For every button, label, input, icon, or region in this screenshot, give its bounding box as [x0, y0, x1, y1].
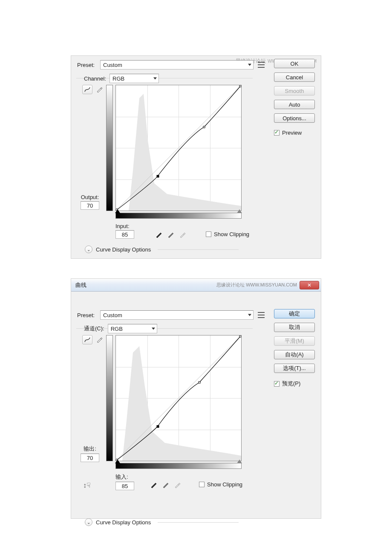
preview-checkbox[interactable]	[274, 381, 280, 387]
ok-button[interactable]: OK	[274, 59, 315, 68]
curve-canvas[interactable]	[115, 85, 242, 211]
preset-menu-icon[interactable]	[258, 62, 265, 68]
input-label: 输入:	[115, 473, 134, 481]
show-clipping-label: Show Clipping	[207, 481, 242, 488]
curve-display-options-label: Curve Display Options	[96, 519, 151, 526]
channel-label: Channel:	[84, 75, 106, 82]
white-point-slider[interactable]	[237, 460, 242, 463]
auto-button[interactable]: 自动(A)	[274, 350, 315, 359]
svg-rect-8	[199, 382, 200, 383]
black-eyedropper-icon[interactable]	[149, 481, 158, 489]
black-eyedropper-icon[interactable]	[154, 231, 163, 239]
cancel-button[interactable]: Cancel	[274, 72, 315, 82]
svg-rect-9	[239, 335, 241, 337]
white-point-slider[interactable]	[237, 209, 242, 213]
preset-menu-icon[interactable]	[258, 312, 265, 318]
svg-rect-4	[239, 85, 241, 87]
white-eyedropper-icon[interactable]	[178, 231, 187, 239]
close-button[interactable]: ✕	[300, 281, 319, 289]
curve-canvas[interactable]	[115, 335, 242, 461]
svg-rect-2	[157, 175, 159, 177]
preset-label: Preset:	[77, 312, 100, 318]
black-point-slider[interactable]	[115, 460, 120, 463]
gray-eyedropper-icon[interactable]	[166, 231, 175, 239]
preset-value: Custom	[103, 62, 122, 68]
preview-checkbox[interactable]	[274, 130, 280, 136]
expand-button[interactable]: ⌄	[85, 518, 92, 526]
auto-button[interactable]: Auto	[274, 100, 315, 109]
smooth-button[interactable]: Smooth	[274, 86, 315, 95]
svg-rect-3	[203, 126, 205, 128]
chevron-down-icon	[248, 64, 251, 66]
svg-line-0	[116, 85, 241, 211]
curve-graph[interactable]	[106, 85, 247, 219]
input-label: Input:	[115, 223, 134, 229]
input-gradient[interactable]	[115, 213, 242, 219]
preset-value: Custom	[103, 312, 122, 318]
preset-label: Preset:	[77, 62, 100, 68]
dialog-title: 曲线	[75, 281, 86, 289]
curve-display-options-label: Curve Display Options	[96, 246, 151, 253]
options-button[interactable]: Options...	[274, 113, 315, 123]
show-clipping-label: Show Clipping	[214, 231, 249, 237]
svg-rect-7	[157, 425, 159, 428]
curves-dialog-chinese: 曲线 思缘设计论坛 WWW.MISSYUAN.COM ✕ Preset: Cus…	[71, 278, 321, 519]
targeted-adjustment-icon[interactable]: ↕☟	[83, 481, 91, 489]
preset-select[interactable]: Custom	[100, 60, 254, 69]
chevron-down-icon	[248, 314, 251, 316]
watermark: 思缘设计论坛 WWW.MISSYUAN.COM	[216, 282, 297, 288]
chevron-down-icon	[153, 78, 157, 80]
chevron-down-icon	[152, 328, 155, 330]
channel-select[interactable]: RGB	[110, 74, 159, 83]
show-clipping-checkbox[interactable]	[206, 231, 211, 237]
titlebar: 曲线 思缘设计论坛 WWW.MISSYUAN.COM ✕	[71, 279, 321, 292]
gray-eyedropper-icon[interactable]	[161, 481, 170, 489]
preview-label: Preview	[282, 130, 302, 136]
ok-button[interactable]: 确定	[274, 309, 315, 318]
output-gradient	[106, 335, 113, 461]
output-field[interactable]: 70	[81, 454, 99, 462]
output-field[interactable]: 70	[81, 201, 99, 210]
divider	[158, 249, 239, 250]
pencil-tool-icon[interactable]	[94, 85, 104, 94]
curves-dialog-english: 思缘设计论坛 WWW.MISSYUAN.COM Preset: Custom C…	[71, 55, 321, 259]
black-point-slider[interactable]	[115, 209, 120, 213]
cancel-button[interactable]: 取消	[274, 323, 315, 332]
channel-select[interactable]: RGB	[108, 324, 157, 333]
output-label: 输出:	[81, 445, 99, 453]
show-clipping-checkbox[interactable]	[199, 482, 205, 487]
input-field[interactable]: 85	[115, 482, 134, 490]
channel-label: 通道(C):	[84, 325, 104, 332]
options-button[interactable]: 选项(T)...	[274, 364, 315, 373]
curve-tool-icon[interactable]	[82, 85, 92, 94]
pencil-tool-icon[interactable]	[94, 335, 104, 344]
preview-label: 预览(P)	[282, 380, 300, 387]
preset-select[interactable]: Custom	[100, 310, 254, 320]
curve-tool-icon[interactable]	[82, 335, 92, 344]
output-label: Output:	[81, 194, 99, 200]
input-field[interactable]: 85	[115, 230, 134, 239]
divider	[158, 522, 239, 523]
expand-button[interactable]: ⌄	[85, 246, 92, 253]
output-gradient	[106, 85, 113, 211]
channel-value: RGB	[111, 326, 123, 332]
smooth-button[interactable]: 平滑(M)	[274, 336, 315, 346]
input-gradient[interactable]	[115, 463, 242, 469]
white-eyedropper-icon[interactable]	[173, 481, 182, 489]
channel-value: RGB	[112, 75, 124, 82]
curve-graph[interactable]	[106, 335, 247, 469]
